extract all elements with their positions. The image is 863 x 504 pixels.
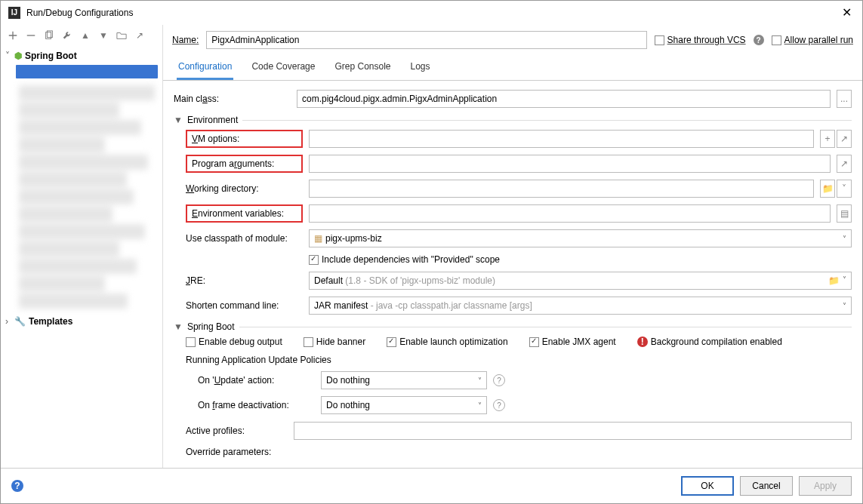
tab-bar: Configuration Code Coverage Grep Console… <box>163 55 862 81</box>
dropdown-button[interactable]: ˅ <box>837 180 852 198</box>
on-frame-select[interactable]: Do nothing˅ <box>321 396 487 414</box>
chevron-down-icon[interactable]: ▼ <box>174 115 183 125</box>
classpath-label: Use classpath of module: <box>186 233 303 244</box>
tab-code-coverage[interactable]: Code Coverage <box>250 55 316 80</box>
chevron-down-icon: ˅ <box>843 275 846 286</box>
browse-folder-button[interactable]: 📁 <box>828 275 840 286</box>
active-profiles-input[interactable] <box>294 422 852 440</box>
working-directory-label: Working directory: <box>186 183 303 194</box>
cancel-button[interactable]: Cancel <box>740 476 793 496</box>
add-config-button[interactable] <box>5 28 20 43</box>
insert-macro-button[interactable]: + <box>820 130 835 148</box>
copy-config-button[interactable] <box>42 28 57 43</box>
move-up-button[interactable]: ▲ <box>78 28 93 43</box>
tab-logs[interactable]: Logs <box>409 55 432 80</box>
active-profiles-label: Active profiles: <box>186 426 288 436</box>
tree-spring-boot-label: Spring Boot <box>25 51 77 61</box>
window-title: Run/Debug Configurations <box>26 8 839 18</box>
enable-launch-opt-checkbox[interactable]: Enable launch optimization <box>387 337 507 347</box>
working-directory-input[interactable] <box>309 180 814 198</box>
spring-icon: ⬢ <box>14 51 22 61</box>
name-label: Name: <box>172 35 199 45</box>
hide-banner-checkbox[interactable]: Hide banner <box>304 337 365 347</box>
folder-icon[interactable] <box>114 28 129 43</box>
module-icon: ▦ <box>314 233 322 244</box>
jre-select[interactable]: Default (1.8 - SDK of 'pigx-upms-biz' mo… <box>309 272 852 290</box>
chevron-right-icon: › <box>5 316 14 327</box>
help-icon[interactable]: ? <box>754 35 764 45</box>
main-class-label: Main class: <box>174 94 291 104</box>
tab-configuration[interactable]: Configuration <box>177 55 233 80</box>
config-toolbar: ▲ ▼ ↗ <box>1 25 162 47</box>
bg-compilation-warning: Background compilation enabled <box>651 337 782 347</box>
on-frame-label: On frame deactivation: <box>198 400 315 410</box>
vm-options-label: VM options: <box>186 130 303 148</box>
chevron-down-icon: ˅ <box>5 51 14 61</box>
on-update-select[interactable]: Do nothing˅ <box>321 371 487 389</box>
shorten-select[interactable]: JAR manifest - java -cp classpath.jar cl… <box>309 297 852 315</box>
move-down-button[interactable]: ▼ <box>96 28 111 43</box>
edit-env-button[interactable]: ▤ <box>837 204 852 223</box>
policies-label: Running Application Update Policies <box>186 355 852 365</box>
help-icon[interactable]: ? <box>493 399 505 411</box>
browse-folder-button[interactable]: 📁 <box>820 180 835 198</box>
tree-templates-label: Templates <box>29 316 72 327</box>
chevron-down-icon: ˅ <box>843 302 846 310</box>
expand-field-button[interactable]: ↗ <box>837 155 852 173</box>
wrench-icon[interactable] <box>60 28 75 43</box>
close-icon[interactable]: ✕ <box>839 5 855 20</box>
name-input[interactable] <box>206 31 646 49</box>
expand-field-button[interactable]: ↗ <box>837 130 852 148</box>
tree-templates[interactable]: › 🔧 Templates <box>1 314 162 329</box>
apply-button[interactable]: Apply <box>799 476 852 496</box>
override-params-label: Override parameters: <box>186 447 288 457</box>
wrench-small-icon: 🔧 <box>14 316 26 327</box>
share-vcs-checkbox[interactable]: Share through VCS <box>655 35 746 45</box>
program-arguments-input[interactable] <box>309 155 831 173</box>
tree-spring-boot[interactable]: ˅ ⬢ Spring Boot <box>1 48 162 63</box>
ok-button[interactable]: OK <box>681 476 734 496</box>
selected-config[interactable] <box>16 65 158 78</box>
enable-debug-checkbox[interactable]: Enable debug output <box>186 337 282 347</box>
shorten-label: Shorten command line: <box>186 300 303 311</box>
tab-grep-console[interactable]: Grep Console <box>333 55 392 80</box>
main-class-input[interactable] <box>297 90 831 108</box>
help-icon[interactable]: ? <box>11 480 23 492</box>
environment-section-label: Environment <box>187 115 238 125</box>
browse-main-class-button[interactable]: ... <box>837 90 852 108</box>
jre-label: JRE: <box>186 275 303 286</box>
app-icon: IJ <box>8 7 20 19</box>
help-icon[interactable]: ? <box>493 374 505 386</box>
warning-icon: ! <box>637 337 648 347</box>
allow-parallel-checkbox[interactable]: Allow parallel run <box>772 35 853 45</box>
program-arguments-label: Program arguments: <box>186 155 303 173</box>
classpath-select[interactable]: ▦pigx-upms-biz ˅ <box>309 229 852 247</box>
enable-jmx-checkbox[interactable]: Enable JMX agent <box>529 337 616 347</box>
config-tree: ˅ ⬢ Spring Boot › 🔧 Templates <box>1 47 162 468</box>
spring-boot-section-label: Spring Boot <box>187 321 235 332</box>
chevron-down-icon: ˅ <box>843 235 846 243</box>
blurred-config-items <box>19 80 162 314</box>
include-provided-checkbox[interactable]: Include dependencies with "Provided" sco… <box>309 254 500 265</box>
vm-options-input[interactable] <box>309 130 814 148</box>
environment-variables-label: Environment variables: <box>186 204 303 223</box>
expand-icon[interactable]: ↗ <box>132 28 147 43</box>
remove-config-button[interactable] <box>23 28 39 43</box>
chevron-down-icon[interactable]: ▼ <box>174 321 183 332</box>
environment-variables-input[interactable] <box>309 204 831 223</box>
on-update-label: On 'Update' action: <box>198 375 315 386</box>
